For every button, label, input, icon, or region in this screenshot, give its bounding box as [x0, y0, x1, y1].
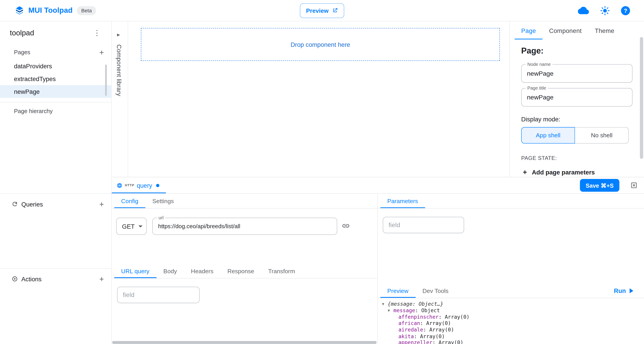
play-icon — [630, 288, 634, 293]
page-item-label: dataProviders — [14, 63, 52, 69]
page-item-label: newPage — [14, 88, 40, 95]
inspector-panel: Page Component Theme Page: Node name Pag… — [510, 22, 644, 177]
pages-list-scrollbar[interactable] — [105, 65, 107, 96]
horizontal-scrollbar[interactable] — [112, 341, 376, 344]
tab-theme[interactable]: Theme — [588, 22, 621, 40]
url-input[interactable] — [153, 218, 337, 234]
node-name-label: Node name — [526, 62, 552, 67]
project-menu-kebab-icon[interactable]: ⋮ — [91, 29, 103, 37]
preview-button[interactable]: Preview — [300, 3, 344, 18]
pages-section-label: Pages — [14, 49, 30, 56]
add-action-icon[interactable]: + — [98, 275, 106, 283]
tab-label: Component — [549, 27, 582, 34]
tab-label: Page — [521, 27, 536, 34]
sidebar-item-newpage[interactable]: newPage — [0, 85, 111, 98]
tab-label: Settings — [152, 198, 174, 204]
tab-label: Headers — [191, 268, 214, 274]
tree-value: Array(0) — [420, 333, 445, 339]
tree-value: Array(0) — [445, 314, 470, 320]
add-page-icon[interactable]: + — [98, 48, 106, 56]
tree-root-row[interactable]: ▼{message: Object…} — [378, 301, 644, 307]
tab-body[interactable]: Body — [156, 264, 184, 278]
node-name-input[interactable] — [522, 65, 632, 82]
tree-row[interactable]: appenzellerArray(0) — [378, 339, 644, 344]
tree-row[interactable]: akitaArray(0) — [378, 333, 644, 339]
inspector-scrollbar[interactable] — [640, 37, 643, 159]
brand: MUI Toolpad Beta — [15, 6, 96, 15]
tab-label: Preview — [387, 287, 408, 294]
run-button-label: Run — [614, 287, 626, 294]
tree-row[interactable]: africanArray(0) — [378, 320, 644, 326]
drop-zone[interactable]: Drop component here — [141, 28, 500, 61]
tab-label: Response — [228, 268, 254, 274]
component-library-strip[interactable]: ▸ Component library — [112, 22, 128, 177]
parameters-field — [383, 217, 464, 233]
tree-row[interactable]: airedaleArray(0) — [378, 326, 644, 333]
cloud-deploy-icon[interactable] — [578, 5, 589, 16]
sidebar-item-dataproviders[interactable]: dataProviders — [0, 60, 111, 72]
node-name-field: Node name — [521, 64, 632, 83]
queries-section-label: Queries — [22, 201, 43, 207]
tree-value: Array(0) — [438, 339, 463, 344]
toggle-app-shell[interactable]: App shell — [521, 127, 575, 143]
url-field: url — [152, 218, 337, 235]
query-tab[interactable]: HTTP query — [112, 177, 166, 194]
external-link-icon — [332, 8, 338, 14]
tree-key: appenzeller — [398, 339, 439, 344]
json-preview-tree: ▼{message: Object…} ▼messageObject affen… — [378, 301, 644, 344]
tab-headers[interactable]: Headers — [184, 264, 220, 278]
tree-expand-icon[interactable]: ▼ — [388, 308, 392, 312]
link-icon[interactable] — [342, 222, 350, 230]
tab-component[interactable]: Component — [542, 22, 588, 40]
preview-button-label: Preview — [306, 7, 329, 14]
page-state-label: PAGE STATE: — [521, 155, 632, 161]
tree-expand-icon[interactable]: ▼ — [382, 302, 386, 306]
tab-dev-tools[interactable]: Dev Tools — [416, 283, 456, 298]
page-title-input[interactable] — [522, 88, 632, 106]
add-page-parameters-button[interactable]: + Add page parameters — [521, 169, 632, 176]
tab-config[interactable]: Config — [114, 194, 145, 208]
tree-key: affenpinscher — [398, 314, 445, 320]
app-window: MUI Toolpad Beta Preview — [0, 0, 644, 344]
save-button-label: Save ⌘+S — [586, 182, 614, 189]
project-name: toolpad — [10, 29, 34, 37]
url-query-input[interactable] — [118, 287, 199, 303]
help-icon[interactable]: ? — [621, 6, 630, 15]
run-button[interactable]: Run — [614, 283, 644, 298]
tree-row[interactable]: ▼messageObject — [378, 307, 644, 313]
close-panel-icon[interactable] — [630, 182, 637, 189]
query-tab-label: query — [137, 182, 152, 189]
add-query-icon[interactable]: + — [98, 200, 106, 208]
tab-parameters[interactable]: Parameters — [380, 194, 425, 208]
queries-icon — [12, 201, 18, 207]
tab-preview[interactable]: Preview — [380, 283, 416, 298]
tree-root-preview: {message: Object…} — [388, 301, 444, 307]
tab-transform[interactable]: Transform — [261, 264, 302, 278]
sidebar-item-extractedtypes[interactable]: extractedTypes — [0, 72, 111, 85]
tab-page[interactable]: Page — [514, 22, 542, 40]
tree-key: message — [394, 307, 421, 313]
beta-badge: Beta — [77, 6, 96, 15]
chevron-down-icon — [138, 225, 142, 227]
tab-label: URL query — [121, 268, 149, 274]
tab-label: Theme — [595, 27, 614, 34]
tab-url-query[interactable]: URL query — [114, 264, 156, 278]
tab-settings[interactable]: Settings — [145, 194, 181, 208]
http-method-select[interactable]: GET — [116, 218, 147, 235]
actions-icon — [12, 276, 18, 282]
theme-toggle-sun-icon[interactable] — [600, 6, 610, 16]
inspector-heading: Page: — [521, 46, 632, 56]
page-title-label: Page title — [526, 86, 548, 90]
url-field-label: url — [157, 215, 165, 220]
tab-label: Transform — [268, 268, 295, 274]
tree-key: african — [398, 320, 426, 326]
expand-library-chevron-icon[interactable]: ▸ — [117, 31, 120, 38]
save-button[interactable]: Save ⌘+S — [580, 179, 620, 192]
actions-section-label: Actions — [22, 275, 42, 282]
tree-row[interactable]: affenpinscherArray(0) — [378, 313, 644, 320]
parameters-input[interactable] — [383, 217, 464, 233]
request-detail-tabs: URL query Body Headers Response Transfor… — [112, 264, 378, 278]
toggle-no-shell[interactable]: No shell — [575, 127, 629, 143]
pages-list: dataProviders extractedTypes newPage — [0, 60, 111, 98]
tab-response[interactable]: Response — [220, 264, 261, 278]
